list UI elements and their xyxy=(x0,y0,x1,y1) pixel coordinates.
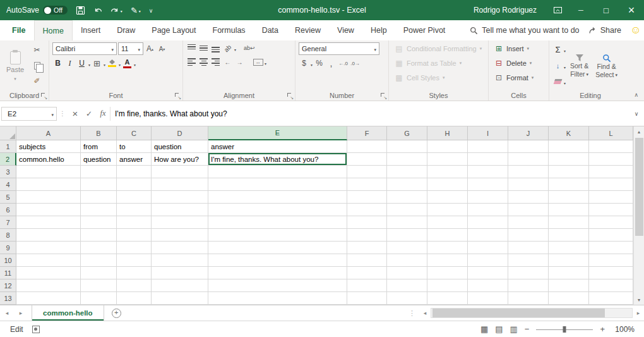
cell-b8[interactable] xyxy=(81,229,117,242)
cell-a5[interactable] xyxy=(16,191,81,204)
row-header-12[interactable]: 12 xyxy=(0,279,16,292)
align-right-icon[interactable] xyxy=(210,56,221,68)
underline-button[interactable]: U xyxy=(76,58,87,69)
normal-view-button[interactable] xyxy=(480,324,488,334)
undo-button[interactable] xyxy=(93,4,102,16)
cell-d10[interactable] xyxy=(152,254,208,267)
cell-h4[interactable] xyxy=(427,178,468,191)
formula-bar-expand-icon[interactable] xyxy=(630,111,643,117)
sheet-nav-left-icon[interactable] xyxy=(0,305,14,321)
row-header-8[interactable]: 8 xyxy=(0,229,16,242)
cell-a8[interactable] xyxy=(16,229,81,242)
column-header-b[interactable]: B xyxy=(81,126,117,140)
column-header-e[interactable]: E xyxy=(208,126,347,140)
cell-l2[interactable] xyxy=(589,153,633,166)
orientation-icon[interactable] xyxy=(222,42,233,54)
cell-d5[interactable] xyxy=(152,191,208,204)
bold-button[interactable]: B xyxy=(52,58,63,69)
orientation-dropdown-icon[interactable] xyxy=(234,42,236,54)
comma-style-icon[interactable] xyxy=(326,58,337,69)
font-color-dropdown-icon[interactable] xyxy=(134,58,136,69)
clear-button[interactable] xyxy=(552,76,566,87)
cell-h10[interactable] xyxy=(427,254,468,267)
cell-g5[interactable] xyxy=(387,191,427,204)
cell-l9[interactable] xyxy=(589,242,633,254)
cell-a6[interactable] xyxy=(16,204,81,216)
cell-f8[interactable] xyxy=(347,229,387,242)
cell-c4[interactable] xyxy=(117,178,152,191)
cell-f10[interactable] xyxy=(347,254,387,267)
cell-i12[interactable] xyxy=(468,279,508,292)
cell-h12[interactable] xyxy=(427,279,468,292)
cell-k13[interactable] xyxy=(549,292,589,305)
sheet-nav-right-icon[interactable] xyxy=(14,305,28,321)
tab-page-layout[interactable]: Page Layout xyxy=(143,20,204,40)
autosum-button[interactable] xyxy=(552,44,566,55)
cell-l7[interactable] xyxy=(589,216,633,229)
column-header-f[interactable]: F xyxy=(347,126,387,140)
cell-i13[interactable] xyxy=(468,292,508,305)
cell-h9[interactable] xyxy=(427,242,468,254)
cell-j11[interactable] xyxy=(508,267,549,279)
cell-e11[interactable] xyxy=(208,267,347,279)
cell-e3[interactable] xyxy=(208,166,347,178)
new-sheet-button[interactable] xyxy=(112,305,121,321)
cell-l1[interactable] xyxy=(589,140,633,153)
decrease-font-size-icon[interactable] xyxy=(157,43,167,54)
cell-d11[interactable] xyxy=(152,267,208,279)
cell-b1[interactable]: from xyxy=(81,140,117,153)
percent-style-icon[interactable] xyxy=(314,58,325,69)
cell-c3[interactable] xyxy=(117,166,152,178)
cell-b3[interactable] xyxy=(81,166,117,178)
cut-icon[interactable] xyxy=(32,44,42,56)
cell-j1[interactable] xyxy=(508,140,549,153)
italic-button[interactable]: I xyxy=(64,58,75,69)
cell-c1[interactable]: to xyxy=(117,140,152,153)
cell-h6[interactable] xyxy=(427,204,468,216)
cell-d2[interactable]: How are you? xyxy=(152,153,208,166)
font-color-button[interactable] xyxy=(122,58,133,69)
cell-f13[interactable] xyxy=(347,292,387,305)
cell-e7[interactable] xyxy=(208,216,347,229)
cell-f11[interactable] xyxy=(347,267,387,279)
cell-b7[interactable] xyxy=(81,216,117,229)
cell-l12[interactable] xyxy=(589,279,633,292)
cell-g12[interactable] xyxy=(387,279,427,292)
column-header-k[interactable]: K xyxy=(549,126,589,140)
tab-home[interactable]: Home xyxy=(34,20,73,40)
cell-a4[interactable] xyxy=(16,178,81,191)
cell-c12[interactable] xyxy=(117,279,152,292)
increase-font-size-icon[interactable] xyxy=(145,43,155,54)
find-select-button[interactable]: Find & Select xyxy=(593,42,620,90)
copy-button[interactable] xyxy=(32,60,42,71)
cell-c2[interactable]: answer xyxy=(117,153,152,166)
cell-f7[interactable] xyxy=(347,216,387,229)
cell-k9[interactable] xyxy=(549,242,589,254)
scroll-down-icon[interactable] xyxy=(634,295,644,305)
redo-dropdown-icon[interactable] xyxy=(121,6,122,15)
cell-g6[interactable] xyxy=(387,204,427,216)
cell-b6[interactable] xyxy=(81,204,117,216)
enter-button[interactable] xyxy=(82,107,96,121)
row-header-1[interactable]: 1 xyxy=(0,140,16,153)
zoom-slider[interactable] xyxy=(536,325,593,334)
column-header-d[interactable]: D xyxy=(152,126,208,140)
cell-j6[interactable] xyxy=(508,204,549,216)
cell-i2[interactable] xyxy=(468,153,508,166)
cell-g2[interactable] xyxy=(387,153,427,166)
cell-h13[interactable] xyxy=(427,292,468,305)
fill-color-button[interactable] xyxy=(107,58,117,69)
cell-g13[interactable] xyxy=(387,292,427,305)
row-header-5[interactable]: 5 xyxy=(0,191,16,204)
row-header-11[interactable]: 11 xyxy=(0,267,16,279)
collapse-ribbon-icon[interactable] xyxy=(634,92,638,98)
align-bottom-icon[interactable] xyxy=(210,42,221,54)
cell-f5[interactable] xyxy=(347,191,387,204)
cell-e10[interactable] xyxy=(208,254,347,267)
minimize-button[interactable] xyxy=(568,0,593,20)
macro-record-icon[interactable] xyxy=(32,326,40,333)
cell-h11[interactable] xyxy=(427,267,468,279)
paste-button[interactable]: Paste xyxy=(3,42,27,90)
conditional-formatting-button[interactable]: ▤Conditional Formatting▾ xyxy=(392,41,485,56)
cell-j2[interactable] xyxy=(508,153,549,166)
